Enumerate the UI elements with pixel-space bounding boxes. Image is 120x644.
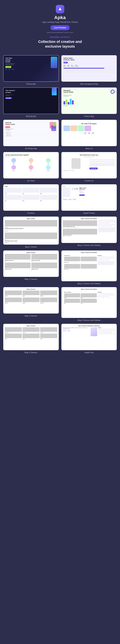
contact-input-email[interactable] <box>89 161 114 162</box>
layout-card-blog1col-sidebar: Blog 1 Columns with Sidebar Article head… <box>61 216 117 248</box>
task-stat-1: 200KUsers <box>64 65 66 67</box>
blog-3col-sidebar-text-1: Web Design <box>64 298 80 298</box>
blog-3col-meta-6: Jun 2024 <box>40 303 57 304</box>
layout-card-finance: Managingmoney simply ★ 4.5 Ensure your c… <box>61 88 117 117</box>
blog-2col-sidebar-main-title: Latest Posts <box>64 255 97 256</box>
contact-subtitle: Do you have any questions? <box>64 156 115 157</box>
blog-3col-item-2: App Dev Feb 2024 <box>23 290 40 297</box>
our-team-preview[interactable]: All the experienced team together Meet t… <box>3 152 59 178</box>
blog-3col-meta-4: Apr 2024 <box>5 303 22 304</box>
layout-card-banking: Your money'sat hand. Managing your money… <box>3 88 59 117</box>
live-preview-button[interactable]: Live Preview <box>50 25 70 30</box>
blog-2col-sidebar-img-3 <box>64 264 80 268</box>
single-product-content: ■ ■ ■ White T-shirtwith Logo $29.99 Pr <box>62 184 117 210</box>
layout-card-blog3col-bottom: Blog 3 Columns Technology Business Lifes… <box>3 324 59 354</box>
shop-title: Shop <box>5 186 57 187</box>
blog-3col-bottom-item-6: Health <box>40 334 57 339</box>
section-label: MODERN LAYOUTS <box>50 36 70 38</box>
how-to-person-graphic <box>91 327 97 336</box>
single-product-add-btn[interactable]: Add to Cart <box>79 194 85 196</box>
single-product-preview[interactable]: ■ ■ ■ White T-shirtwith Logo $29.99 Pr <box>61 184 117 211</box>
contact-input-message[interactable] <box>89 163 114 166</box>
layout-card-blog3col: Blog 3 Columns Web Design Jan 2024 App D… <box>3 287 59 321</box>
contact-us-content: We would love to hear you Do you have an… <box>62 152 117 178</box>
contact-input-name[interactable] <box>89 159 114 160</box>
blog-3col-sidebar-img-3 <box>64 299 80 303</box>
blog-2col-header: Blog 2 Columns <box>5 252 57 253</box>
blog-3col-item-3: UI/UX Tips Mar 2024 <box>40 290 57 297</box>
task-stats: 200KUsers 15MTasks 4.8Rating 24/7Support <box>64 65 115 67</box>
blog-2col-preview[interactable]: Blog 2 Columns Building modern apps Jan … <box>3 250 59 277</box>
design3d-app-label: 3D Design App <box>25 148 37 150</box>
blog-3col-sidebar-img-4 <box>81 299 97 303</box>
single-product-tabs: Description Reviews Shipping <box>63 198 115 200</box>
single-product-tab-ship[interactable]: Shipping <box>72 198 76 200</box>
how-to-sitem-2 <box>98 330 115 331</box>
finance-advantages-label: Advantages <box>64 105 115 106</box>
team-title: All the experienced team together <box>6 154 57 156</box>
blog-1col-preview[interactable]: Blog 1 Column Technology Getting started… <box>3 216 59 244</box>
layout-card-single-product: ■ ■ ■ White T-shirtwith Logo $29.99 Pr <box>61 184 117 214</box>
single-product-thumbs <box>71 188 78 190</box>
blog-3col-sidebar-item-1: Web Design <box>64 293 80 298</box>
layout-card-blog2col-sidebar: Blog 2 Columns with Sidebar Latest Posts… <box>61 250 117 284</box>
team-role-5: Sales <box>23 171 39 172</box>
blog-2col-sidebar-preview[interactable]: Blog 2 Columns with Sidebar Latest Posts… <box>61 250 117 281</box>
single-product-tab-desc[interactable]: Description <box>63 198 67 200</box>
blog-2col-img-3 <box>5 262 31 268</box>
blog-2col-item-1: Building modern apps Jan 2024 <box>5 254 31 262</box>
blog-1col-sidebar-header: Blog 1 Columns with Sidebar <box>63 218 115 219</box>
blog-1col-sidebar-preview[interactable]: Blog 1 Columns with Sidebar Article head… <box>61 216 117 243</box>
task-app-preview[interactable]: Deliver betterproducts, faster. 200K+ 20… <box>61 55 117 82</box>
fitness-title: Your bestactivitytracker <box>6 57 57 62</box>
app-name: Apka <box>54 15 66 20</box>
blog-3col-preview[interactable]: Blog 3 Columns Web Design Jan 2024 App D… <box>3 287 59 314</box>
fitness-app-label: Fitness App <box>26 83 36 85</box>
finance-chart <box>64 98 115 104</box>
how-to-tag-1: Business <box>63 330 66 331</box>
blog-2col-sidebar-side-title: Categories <box>98 255 114 256</box>
blog-3col-sidebar-preview[interactable]: Blog 3 Columns with Sidebar Recent Artic… <box>61 287 117 318</box>
blog-3col-sidebar-img-2 <box>81 293 97 298</box>
fitness-app-preview[interactable]: Your bestactivitytracker Improving healt… <box>3 55 59 82</box>
task-app-label: Task management App <box>80 83 98 85</box>
blog-3col-img-5 <box>23 298 40 302</box>
single-product-tab-reviews[interactable]: Reviews <box>68 198 72 200</box>
shop-preview[interactable]: Shop T-Shirt $19.99 Bag $34.99 Jacket <box>3 184 59 211</box>
blog-1col-sidebar-label: Blog 1 Columns with Sidebar <box>78 244 100 246</box>
single-product-info: White T-shirtwith Logo $29.99 Premium qu… <box>79 188 86 197</box>
contact-send-btn[interactable]: Send Message <box>89 168 97 170</box>
blog-3col-sidebar-layout: Recent Articles Web Design App Dev <box>63 290 115 316</box>
layout-card-3d: Build 3Dshapes easily Try Free Everythin… <box>3 120 59 150</box>
blog-1col-readmore-1[interactable]: Read More → <box>5 231 57 232</box>
about-us-preview[interactable]: ● ● ● We make it all happen 500Projects … <box>61 120 117 146</box>
banking-title: Your money'sat hand. <box>6 90 57 93</box>
banking-app-preview[interactable]: Your money'sat hand. Managing your money… <box>3 88 59 114</box>
contact-us-preview[interactable]: We would love to hear you Do you have an… <box>61 152 117 178</box>
blog-2col-item-4: CSS tips & tricks Apr 2024 <box>31 262 57 270</box>
shop-img-1 <box>5 188 22 192</box>
shop-img-4 <box>5 195 22 200</box>
task-title: Deliver betterproducts, faster. <box>64 57 115 60</box>
design3d-app-preview[interactable]: Build 3Dshapes easily Try Free Everythin… <box>3 120 59 146</box>
blog-3col-sidebar-item-2: App Dev <box>81 293 97 298</box>
how-to-preview[interactable]: How to Handle Competition in Business Un… <box>61 324 117 350</box>
shop-img-5 <box>22 195 40 200</box>
layout-card-fitness: Your bestactivitytracker Improving healt… <box>3 55 59 85</box>
team-role-1: Designer <box>6 164 22 164</box>
shop-item-4: Shirt $24.99 <box>5 195 22 202</box>
blog-2col-sidebar-mini-grid <box>64 257 97 261</box>
task-stat-3: 4.8Rating <box>71 65 74 67</box>
blog-3col-bottom-item-5: Science <box>23 334 40 339</box>
finance-app-preview[interactable]: Managingmoney simply ★ 4.5 Ensure your c… <box>61 88 117 114</box>
blog-2col-item-3: UX best practices Mar 2024 <box>5 262 31 270</box>
blog-1col-readmore-2[interactable]: Read More → <box>5 242 57 243</box>
fitness-stats: 18+ 200+ 100+ <box>6 69 57 70</box>
team-avatar-1 <box>12 158 16 163</box>
finance-subtitle: Ensure your cash flowis crystal clear <box>64 95 115 97</box>
blog-3col-bottom-preview[interactable]: Blog 3 Columns Technology Business Lifes… <box>3 324 59 350</box>
blog-2col-label: Blog 2 Columns <box>25 278 37 280</box>
blog-3col-meta-2: Feb 2024 <box>23 296 40 297</box>
blog-2col-item-2: Design systems guide Feb 2024 <box>31 254 57 262</box>
how-to-label: Single Post <box>84 352 93 354</box>
